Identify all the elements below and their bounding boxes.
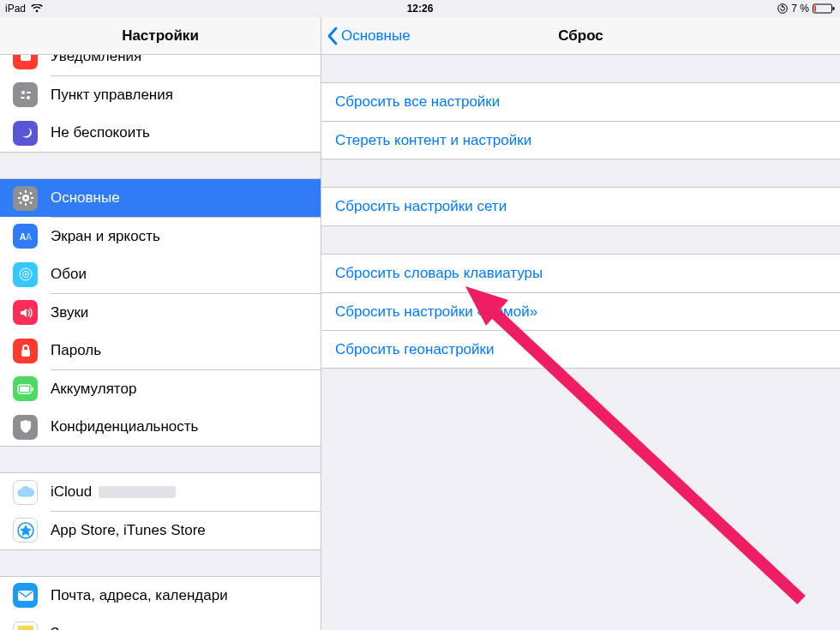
sidebar-group-3: iCloud App Store, iTunes Store <box>0 472 321 550</box>
svg-point-8 <box>27 96 30 99</box>
erase-all-content[interactable]: Стереть контент и настройки <box>321 121 840 159</box>
sidebar-item-battery[interactable]: Аккумулятор <box>0 370 321 408</box>
row-label: Сбросить словарь клавиатуры <box>335 265 543 282</box>
row-label: Почта, адреса, календари <box>51 587 228 604</box>
sidebar-header: Настройки <box>0 17 321 55</box>
settings-sidebar: Настройки Уведомления <box>0 17 321 630</box>
mail-icon <box>13 583 38 608</box>
reset-group-1: Сбросить все настройки Стереть контент и… <box>321 82 840 159</box>
reset-group-2: Сбросить настройки сети <box>321 187 840 226</box>
control-center-icon <box>13 82 38 107</box>
row-label: Конфиденциальность <box>51 418 198 435</box>
notifications-icon <box>13 55 38 69</box>
sidebar-item-passcode[interactable]: Пароль <box>0 332 321 369</box>
icloud-icon <box>13 480 38 505</box>
svg-rect-9 <box>21 97 25 99</box>
reset-keyboard-dictionary[interactable]: Сбросить словарь клавиатуры <box>321 255 840 292</box>
detail-pane: Основные Сброс Сбросить все настройки Ст… <box>321 17 840 630</box>
row-label: Сбросить настройки сети <box>335 198 507 215</box>
svg-point-22 <box>24 273 26 275</box>
row-label: Не беспокоить <box>51 124 150 141</box>
detail-body: Сбросить все настройки Стереть контент и… <box>321 55 840 369</box>
wallpaper-icon <box>13 262 38 287</box>
sidebar-item-dnd[interactable]: Не беспокоить <box>0 114 321 152</box>
sounds-icon <box>13 300 38 325</box>
svg-rect-17 <box>19 201 22 205</box>
row-label: Пароль <box>51 342 101 359</box>
row-label: App Store, iTunes Store <box>51 522 206 539</box>
row-label: Сбросить геонастройки <box>335 341 495 358</box>
row-label: Обои <box>51 266 87 283</box>
notes-icon <box>13 621 38 631</box>
rotation-lock-icon <box>777 3 788 14</box>
wifi-icon <box>31 4 43 13</box>
svg-rect-25 <box>32 387 33 391</box>
chevron-left-icon <box>327 27 338 45</box>
row-label: Звуки <box>51 304 88 321</box>
status-time: 12:26 <box>407 3 434 15</box>
svg-rect-3 <box>814 6 816 12</box>
svg-text:A: A <box>26 232 32 242</box>
reset-home-layout[interactable]: Сбросить настройки «Домой» <box>321 292 840 330</box>
svg-rect-10 <box>25 190 27 193</box>
sidebar-item-sounds[interactable]: Звуки <box>0 294 321 332</box>
reset-network[interactable]: Сбросить настройки сети <box>321 188 840 225</box>
sidebar-item-control-center[interactable]: Пункт управления <box>0 76 321 114</box>
sidebar-item-privacy[interactable]: Конфиденциальность <box>0 408 321 446</box>
reset-all-settings[interactable]: Сбросить все настройки <box>321 83 840 121</box>
sidebar-item-display[interactable]: AA Экран и яркость <box>0 218 321 255</box>
row-label: Сбросить все настройки <box>335 93 500 111</box>
row-label: Сбросить настройки «Домой» <box>335 303 537 321</box>
row-label: Стереть контент и настройки <box>335 132 531 149</box>
sidebar-item-general[interactable]: Основные <box>0 179 321 217</box>
back-label: Основные <box>341 27 411 45</box>
detail-title: Сброс <box>558 27 603 45</box>
privacy-icon <box>13 415 38 440</box>
row-label: Основные <box>51 189 120 207</box>
svg-rect-13 <box>31 197 33 199</box>
gear-icon <box>13 186 38 211</box>
sidebar-item-wallpaper[interactable]: Обои <box>0 255 321 293</box>
battery-percent: 7 % <box>791 3 809 15</box>
sidebar-group-2: Основные AA Экран и яркость О <box>0 178 321 447</box>
row-label: Заметки <box>51 625 106 630</box>
svg-rect-2 <box>833 7 835 10</box>
sidebar-group-1: Уведомления Пункт управления <box>0 55 321 153</box>
row-label: Экран и яркость <box>51 228 160 245</box>
appstore-icon <box>13 518 38 543</box>
battery-settings-icon <box>13 376 38 401</box>
svg-rect-12 <box>18 197 21 199</box>
status-bar: iPad 12:26 7 % <box>0 0 840 17</box>
sidebar-group-4: Почта, адреса, календари Заметки <box>0 576 321 631</box>
svg-point-6 <box>21 91 25 94</box>
svg-rect-23 <box>21 350 30 357</box>
redacted-account <box>99 486 176 498</box>
back-button[interactable]: Основные <box>327 27 411 45</box>
sidebar-item-appstore[interactable]: App Store, iTunes Store <box>0 512 321 549</box>
sidebar-item-icloud[interactable]: iCloud <box>0 473 321 511</box>
reset-group-3: Сбросить словарь клавиатуры Сбросить нас… <box>321 254 840 369</box>
reset-location-privacy[interactable]: Сбросить геонастройки <box>321 330 840 368</box>
svg-rect-14 <box>19 192 22 195</box>
display-icon: AA <box>13 224 38 249</box>
sidebar-item-mail[interactable]: Почта, адреса, календари <box>0 577 321 615</box>
svg-rect-26 <box>20 387 29 392</box>
svg-rect-15 <box>29 201 33 205</box>
passcode-icon <box>13 339 38 363</box>
svg-rect-29 <box>18 626 33 630</box>
device-name: iPad <box>5 3 26 15</box>
svg-rect-16 <box>29 192 33 195</box>
battery-icon <box>813 3 835 14</box>
row-label: Аккумулятор <box>51 381 136 398</box>
svg-rect-4 <box>21 55 31 61</box>
svg-rect-11 <box>25 203 27 206</box>
svg-rect-7 <box>27 92 31 93</box>
row-label: Уведомления <box>51 55 141 65</box>
row-label: Пункт управления <box>51 87 173 104</box>
detail-header: Основные Сброс <box>321 17 840 55</box>
sidebar-item-notifications[interactable]: Уведомления <box>0 55 321 75</box>
dnd-icon <box>13 121 38 146</box>
sidebar-item-notes[interactable]: Заметки <box>0 615 321 630</box>
row-label: iCloud <box>51 483 92 501</box>
sidebar-title: Настройки <box>122 27 199 45</box>
